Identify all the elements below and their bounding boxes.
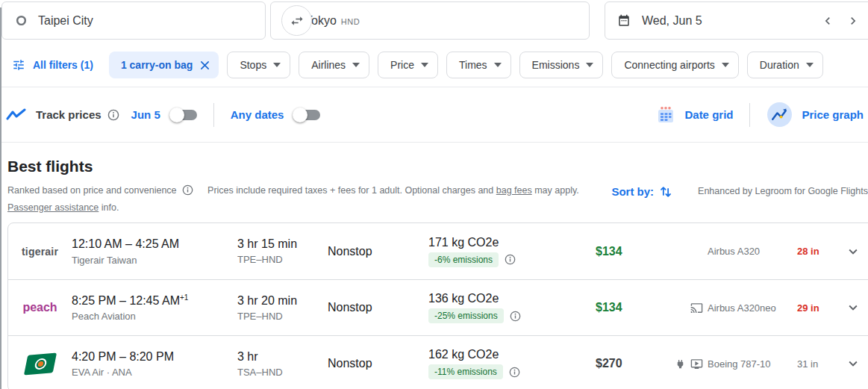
airlines-filter-chip[interactable]: Airlines [299, 52, 369, 78]
search-bar: Taipei City Tokyo HND Wed, Jun 5 [0, 0, 868, 43]
any-dates-label: Any dates [231, 108, 284, 121]
aircraft-type: Airbus A320 [708, 246, 791, 257]
trending-line-icon [6, 108, 27, 122]
flight-row-eva-air[interactable]: 4:20 PM – 8:20 PM EVA Air · ANA 3 hr TSA… [8, 335, 868, 389]
caret-down-icon [806, 63, 814, 67]
tune-filter-icon [12, 58, 25, 72]
emissions-filter-chip[interactable]: Emissions [519, 52, 604, 78]
airlines-filter-label: Airlines [311, 59, 346, 71]
amenity-icons [664, 358, 703, 370]
swap-locations-button[interactable] [281, 5, 312, 36]
toggle-knob [169, 108, 184, 122]
date-grid-button[interactable]: Date grid [684, 108, 733, 121]
flight-price: $134 [596, 245, 664, 258]
flight-times: 12:10 AM – 4:25 AM [72, 238, 179, 251]
flight-row-peach[interactable]: peach 8:25 PM – 12:45 AM+1 Peach Aviatio… [8, 279, 868, 335]
next-day-indicator: +1 [180, 293, 188, 302]
price-graph-button[interactable]: Price graph [802, 108, 864, 121]
passenger-assistance-link[interactable]: Passenger assistance [7, 202, 99, 213]
times-filter-label: Times [459, 59, 487, 71]
carry-on-bag-label: 1 carry-on bag [121, 59, 193, 71]
price-disclaimer: Prices include required taxes + fees for… [207, 185, 493, 196]
flight-row-tigerair[interactable]: tigerair 12:10 AM – 4:25 AM Tigerair Tai… [8, 223, 868, 279]
aircraft-type: Airbus A320neo [708, 302, 791, 314]
expand-flight-icon[interactable] [845, 355, 861, 372]
amenity-icons [664, 302, 703, 314]
sort-arrows-icon[interactable] [659, 184, 672, 199]
stops-info: Nonstop [328, 357, 428, 370]
all-filters-label: All filters (1) [33, 59, 93, 71]
flight-times: 4:20 PM – 8:20 PM [72, 350, 174, 363]
airline-name: Tigerair Taiwan [72, 255, 237, 266]
date-field[interactable]: Wed, Jun 5 [605, 1, 868, 40]
swap-horizontal-icon [290, 13, 305, 28]
eva-air-emblem [33, 358, 46, 370]
price-graph-icon [766, 102, 793, 128]
info-icon[interactable] [107, 109, 119, 121]
toggle-knob [293, 108, 307, 122]
date-nav [820, 13, 861, 28]
origin-circle-icon [16, 15, 27, 26]
date-value: Wed, Jun 5 [642, 14, 702, 28]
view-tools: Date grid Price graph [656, 102, 864, 128]
stream-media-icon [690, 302, 703, 314]
sort-area: Sort by: Enhanced by Legroom for Google … [611, 183, 868, 199]
date-grid-icon [656, 105, 675, 125]
expand-flight-icon[interactable] [845, 299, 861, 316]
caret-down-icon [352, 63, 360, 67]
destination-airport-code: HND [341, 17, 360, 26]
all-filters-button[interactable]: All filters (1) [4, 58, 101, 72]
times-filter-chip[interactable]: Times [446, 52, 511, 78]
stops-filter-chip[interactable]: Stops [227, 52, 290, 78]
previous-date-icon[interactable] [820, 13, 835, 28]
aircraft-type: Boeing 787-10 [708, 358, 791, 370]
co2-amount: 162 kg CO2e [428, 348, 596, 361]
flight-duration: 3 hr [237, 350, 328, 364]
legroom-note: Enhanced by Legroom for Google Flights [698, 186, 868, 196]
carry-on-bag-chip[interactable]: 1 carry-on bag [109, 52, 219, 78]
vertical-divider [213, 103, 214, 127]
any-dates-toggle[interactable] [294, 110, 320, 120]
next-date-icon[interactable] [846, 13, 861, 28]
filter-bar: All filters (1) 1 carry-on bag Stops Air… [4, 52, 868, 78]
airline-name: Peach Aviation [72, 311, 237, 322]
price-filter-chip[interactable]: Price [378, 52, 438, 78]
airline-name: EVA Air · ANA [72, 367, 237, 378]
legroom-info: 29 in [797, 302, 836, 314]
vertical-divider [749, 103, 750, 127]
duration-filter-chip[interactable]: Duration [747, 52, 823, 78]
remove-filter-icon[interactable] [200, 60, 210, 70]
track-prices-label: Track prices [36, 108, 102, 121]
calendar-icon [617, 14, 631, 28]
expand-flight-icon[interactable] [845, 243, 861, 260]
track-date-label: Jun 5 [131, 108, 160, 121]
info-icon[interactable] [509, 367, 520, 378]
legroom-info: 31 in [797, 358, 836, 370]
flight-route: TSA–HND [237, 367, 328, 378]
on-demand-video-icon [690, 358, 703, 370]
caret-down-icon [722, 63, 729, 67]
info-icon[interactable] [510, 311, 521, 322]
legroom-info: 28 in [797, 246, 836, 257]
tigerair-logo: tigerair [22, 246, 58, 258]
connecting-airports-filter-chip[interactable]: Connecting airports [611, 52, 738, 78]
price-disclaimer-end: may apply. [534, 185, 579, 196]
stops-info: Nonstop [328, 245, 428, 258]
origin-field[interactable]: Taipei City [1, 1, 266, 40]
bag-fees-link[interactable]: bag fees [496, 185, 532, 196]
peach-logo: peach [22, 301, 57, 314]
flight-times: 8:25 PM – 12:45 AM [72, 294, 180, 307]
destination-field[interactable]: Tokyo HND [270, 1, 590, 40]
origin-value: Taipei City [38, 14, 93, 28]
duration-filter-label: Duration [760, 59, 799, 71]
emissions-badge: -11% emissions [428, 364, 503, 379]
info-icon[interactable] [505, 254, 516, 265]
results-header: Best flights Ranked based on price and c… [0, 143, 868, 215]
price-tracking-bar: Track prices Jun 5 Any dates Date grid P… [0, 87, 868, 142]
connecting-airports-filter-label: Connecting airports [624, 59, 714, 71]
price-filter-label: Price [390, 59, 414, 71]
track-prices-toggle[interactable] [171, 110, 197, 120]
emissions-badge: -6% emissions [428, 252, 499, 267]
sort-by-button[interactable]: Sort by: [611, 185, 654, 198]
info-icon[interactable] [182, 184, 193, 200]
